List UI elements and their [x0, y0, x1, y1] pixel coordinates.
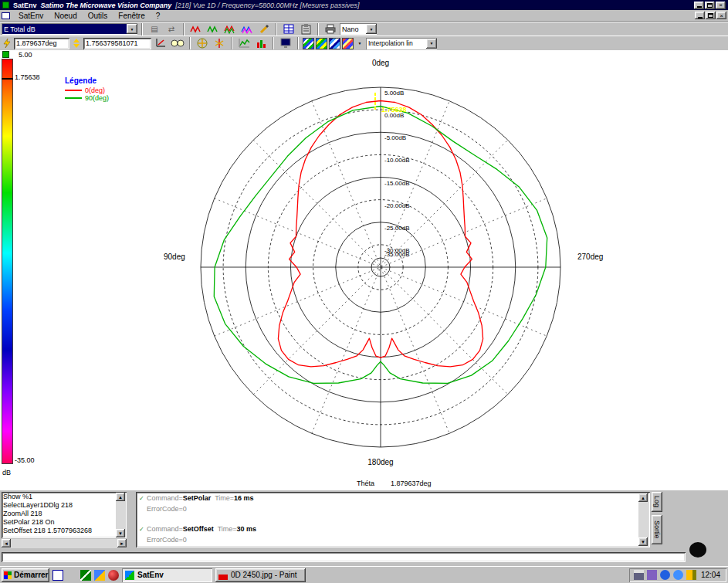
colormap-icon-4[interactable]: [342, 38, 354, 49]
field-selector-combo[interactable]: E Total dB ▼: [2, 23, 137, 35]
colormap-dropdown-icon[interactable]: ▼: [355, 37, 364, 49]
scroll-up-icon[interactable]: ▲: [638, 493, 648, 502]
colormap-icon-2[interactable]: [316, 38, 327, 49]
ring-label: -25.00dB: [384, 225, 409, 232]
theta-input[interactable]: [14, 38, 69, 49]
close-button[interactable]: ×: [716, 2, 726, 9]
wave-blue-icon[interactable]: [239, 23, 255, 36]
value-marker-icon: [71, 37, 82, 49]
mdi-document-icon[interactable]: [2, 12, 10, 19]
scroll-right-icon[interactable]: ►: [117, 539, 127, 547]
task-satenv[interactable]: SatEnv: [122, 568, 212, 582]
axes-icon[interactable]: [153, 37, 168, 49]
macro-log-hscrollbar[interactable]: ◄ ►: [2, 539, 127, 548]
menu-bar: SatEnv Noeud Outils Fenêtre ? ×: [0, 10, 728, 22]
interpolation-combo[interactable]: Interpolation lin ▼: [366, 38, 437, 49]
units-combo-dropdown-icon[interactable]: ▼: [366, 24, 377, 34]
scroll-down-icon[interactable]: ▼: [116, 529, 125, 537]
quicklaunch-green-x-icon[interactable]: [80, 570, 91, 581]
taskbar: Démarrer SatEnv 0D 2450.jpg - Paint 12:0…: [0, 566, 728, 583]
cursor-readout: 1.75638: [381, 106, 407, 114]
quicklaunch-document-icon[interactable]: [52, 570, 63, 581]
menu-help[interactable]: ?: [151, 11, 166, 21]
tab-log[interactable]: Log: [652, 492, 662, 512]
tray-blue-circle-icon[interactable]: [660, 570, 670, 580]
tray-purple-icon[interactable]: [647, 570, 657, 580]
output-text: 16 ms: [234, 494, 254, 502]
scroll-up-icon[interactable]: ▲: [116, 493, 125, 501]
menu-outils[interactable]: Outils: [83, 11, 113, 21]
mdi-restore-button[interactable]: [706, 12, 716, 19]
output-vscrollbar[interactable]: ▲ ▼: [638, 493, 648, 546]
line-chart-icon[interactable]: [236, 37, 252, 49]
tray-volume-icon[interactable]: [686, 570, 696, 580]
log-line[interactable]: SetPolar 218 On: [3, 518, 125, 527]
quicklaunch-red-ball-icon[interactable]: [108, 570, 119, 581]
print-icon[interactable]: [323, 23, 338, 36]
mdi-close-button[interactable]: ×: [716, 12, 726, 19]
log-line[interactable]: SetOffset 218 1.5707963268: [3, 527, 125, 535]
check-icon: ✓: [139, 495, 147, 502]
maximize-button[interactable]: [705, 2, 715, 9]
field-selector-dropdown-icon[interactable]: ▼: [127, 24, 137, 34]
mdi-minimize-button[interactable]: [695, 12, 705, 19]
separator: [183, 23, 185, 36]
output-text: 30 ms: [237, 525, 257, 533]
angle-label-180: 180deg: [367, 458, 393, 466]
colormap-icon-3[interactable]: [329, 38, 340, 49]
ring-label: 5.00dB: [384, 90, 404, 97]
swap-icon[interactable]: ⇄: [164, 23, 179, 36]
bar-chart-icon[interactable]: [253, 37, 269, 49]
macro-log-list[interactable]: Show %1SelectLayer1DDlg 218ZoomAll 218Se…: [2, 492, 127, 538]
offset-icon[interactable]: [195, 37, 210, 49]
start-button[interactable]: Démarrer: [2, 568, 49, 582]
plot-client-area: 5.00 1.75638 -35.00 dB Légende 0(deg) 90…: [0, 50, 728, 490]
interpolation-dropdown-icon[interactable]: ▼: [426, 39, 437, 49]
ring-label: -10.00dB: [384, 157, 409, 164]
monitor-icon[interactable]: [278, 37, 293, 49]
command-output-panel[interactable]: ✓Command=SetPolar Time=16 msErrorCode=0✓…: [136, 492, 650, 547]
output-line: ErrorCode=0: [139, 536, 647, 547]
title-company: Satimo The Microwave Vision Company: [41, 2, 172, 9]
task-paint-label: 0D 2450.jpg - Paint: [231, 571, 297, 579]
tab-sortie[interactable]: Sortie: [652, 515, 662, 544]
log-line[interactable]: Show %1: [3, 493, 125, 501]
minimize-button[interactable]: [694, 2, 704, 9]
units-combo[interactable]: Nano ▼: [340, 23, 377, 35]
task-paint[interactable]: 0D 2450.jpg - Paint: [215, 568, 306, 582]
clipboard-icon[interactable]: [298, 23, 313, 36]
title-app: SatEnv: [13, 2, 37, 9]
colormap-icon-1[interactable]: [303, 38, 314, 49]
scroll-left-icon[interactable]: ◄: [2, 539, 11, 547]
wave-green-icon[interactable]: [205, 23, 221, 36]
wave-dual-icon[interactable]: [222, 23, 238, 36]
status-strip: [0, 549, 728, 566]
log-line[interactable]: ZoomAll 218: [3, 510, 125, 518]
polar-plot[interactable]: 5.00dB0.00dB-5.00dB-10.00dB-15.00dB-20.0…: [0, 50, 728, 490]
macro-log-vscrollbar[interactable]: ▲ ▼: [116, 493, 126, 537]
task-satenv-label: SatEnv: [137, 571, 164, 579]
tray-printer-icon[interactable]: [634, 570, 644, 580]
ring-label: -15.00dB: [384, 180, 409, 187]
tray-clock: 12:04: [699, 571, 722, 579]
table-icon[interactable]: [281, 23, 296, 36]
wave-red-icon[interactable]: [188, 23, 204, 36]
log-line[interactable]: SelectLayer1DDlg 218: [3, 501, 125, 510]
menu-fenetre[interactable]: Fenêtre: [113, 11, 150, 21]
grid-icon[interactable]: ▤: [147, 23, 162, 36]
theta-axis-value: 1.879637deg: [391, 480, 432, 487]
output-text: Time=: [211, 494, 234, 502]
tray-blue-circle2-icon[interactable]: [673, 570, 683, 580]
menu-satenv[interactable]: SatEnv: [13, 11, 49, 21]
edit-icon[interactable]: [256, 23, 272, 36]
value-input[interactable]: [83, 38, 151, 49]
field-selector-value: E Total dB: [4, 25, 36, 33]
ring-label: -5.00dB: [384, 134, 406, 141]
menu-noeud[interactable]: Noeud: [49, 11, 82, 21]
scroll-down-icon[interactable]: ▼: [638, 537, 648, 546]
quicklaunch-chart-icon[interactable]: [94, 570, 105, 581]
start-label: Démarrer: [14, 571, 48, 579]
polar-mode-icon[interactable]: [170, 37, 185, 49]
maximize-icon: [707, 3, 713, 8]
star-icon[interactable]: [212, 37, 227, 49]
